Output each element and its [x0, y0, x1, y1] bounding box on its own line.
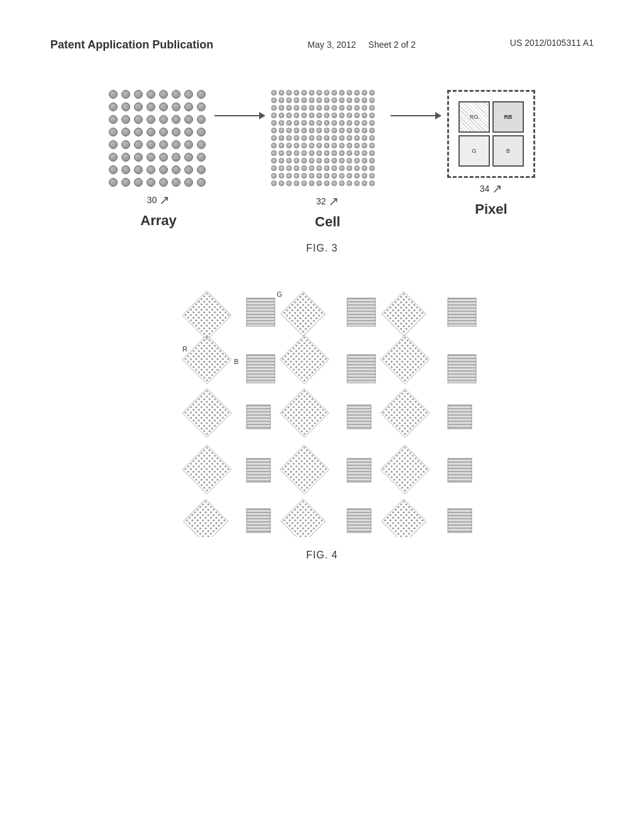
svg-rect-21	[448, 405, 472, 429]
cell-dot	[271, 135, 277, 141]
cell-dot	[301, 97, 307, 103]
cell-dot	[324, 128, 330, 133]
cell-dot	[347, 143, 352, 148]
cell-dot	[354, 135, 360, 141]
cell-dot	[279, 135, 284, 141]
cell-dot	[271, 90, 277, 96]
cell-dot	[301, 150, 307, 156]
cell-dot	[316, 105, 322, 111]
svg-rect-19	[347, 405, 371, 429]
cell-dot	[294, 120, 299, 126]
cell-dot	[301, 135, 307, 141]
array-dot	[147, 153, 155, 162]
cell-dot	[271, 97, 277, 103]
cell-dot	[316, 128, 322, 133]
array-dot	[109, 102, 118, 111]
cell-dot	[331, 105, 337, 111]
array-dot	[159, 90, 168, 99]
cell-dot	[331, 173, 337, 179]
array-dot	[172, 140, 180, 149]
array-dot	[197, 90, 206, 99]
svg-rect-28	[184, 499, 228, 537]
fig4-diagram: G R	[50, 285, 594, 537]
cell-number: 32	[316, 196, 326, 206]
cell-dot	[286, 105, 292, 111]
cell-dot	[339, 113, 345, 118]
array-dot	[121, 153, 130, 162]
svg-rect-26	[380, 445, 430, 494]
pixel-cell-b: B	[492, 135, 524, 167]
svg-rect-10	[182, 335, 231, 384]
cell-dot	[309, 165, 314, 171]
svg-rect-14	[380, 335, 430, 384]
pixel-cell-g: G	[458, 135, 490, 167]
pixel-panel: RG RB G B 34 ↗	[447, 90, 535, 218]
cell-dot	[294, 135, 299, 141]
cell-dot	[271, 128, 277, 133]
cell-dot	[339, 90, 345, 96]
cell-dot	[301, 143, 307, 148]
cell-dot	[309, 173, 314, 179]
cell-dot	[324, 105, 330, 111]
array-dot	[121, 178, 130, 187]
cell-dot	[279, 150, 284, 156]
cell-dot	[331, 120, 337, 126]
array-dot	[147, 102, 155, 111]
cell-dot	[309, 105, 314, 111]
cell-dot	[324, 173, 330, 179]
cell-dot	[324, 150, 330, 156]
cell-dot	[347, 158, 352, 163]
cell-dot	[331, 165, 337, 171]
fig4-svg: G R	[165, 285, 479, 537]
arrow-line-1	[214, 115, 265, 116]
array-dot	[147, 115, 155, 124]
cell-dot	[309, 158, 314, 163]
cell-dot	[286, 135, 292, 141]
svg-rect-6	[281, 292, 326, 336]
cell-dot	[339, 150, 345, 156]
cell-dot	[354, 90, 360, 96]
svg-rect-13	[347, 355, 375, 383]
array-dot	[172, 178, 180, 187]
cell-dot	[369, 135, 375, 141]
cell-panel: // Will be generated via JS below 32 ↗ C…	[271, 90, 384, 230]
svg-rect-20	[380, 389, 430, 438]
cell-dot	[362, 173, 367, 179]
cell-dot	[324, 97, 330, 103]
cell-dot	[271, 113, 277, 118]
cell-dot	[369, 105, 375, 111]
cell-dot	[362, 143, 367, 148]
arrow-2	[384, 115, 447, 116]
cell-dot	[339, 135, 345, 141]
pixel-label: Pixel	[475, 201, 507, 218]
array-dot	[121, 115, 130, 124]
svg-rect-25	[347, 458, 371, 482]
cell-dot	[354, 150, 360, 156]
array-dot	[109, 165, 118, 174]
array-dot	[172, 153, 180, 162]
array-dot	[184, 165, 193, 174]
pixel-cell-rg: RG	[458, 101, 490, 133]
cell-dot	[331, 135, 337, 141]
cell-dot	[286, 173, 292, 179]
array-dot	[109, 115, 118, 124]
cell-dot	[309, 120, 314, 126]
array-dot	[172, 90, 180, 99]
cell-dot	[362, 113, 367, 118]
cell-dot	[279, 113, 284, 118]
array-dot	[197, 178, 206, 187]
array-dot	[184, 115, 193, 124]
array-dot	[159, 153, 168, 162]
cell-dot	[362, 120, 367, 126]
cell-dot	[279, 105, 284, 111]
label-r: R	[182, 345, 187, 353]
cell-dot	[354, 128, 360, 133]
cell-dot	[271, 105, 277, 111]
array-dot	[184, 128, 193, 136]
figure-3-section: 30 ↗ Array // Will be generated via JS b…	[50, 90, 594, 254]
cell-dot	[331, 180, 337, 186]
svg-rect-31	[347, 509, 371, 533]
cell-dot	[286, 90, 292, 96]
cell-dot	[369, 173, 375, 179]
cell-label: Cell	[315, 214, 340, 230]
